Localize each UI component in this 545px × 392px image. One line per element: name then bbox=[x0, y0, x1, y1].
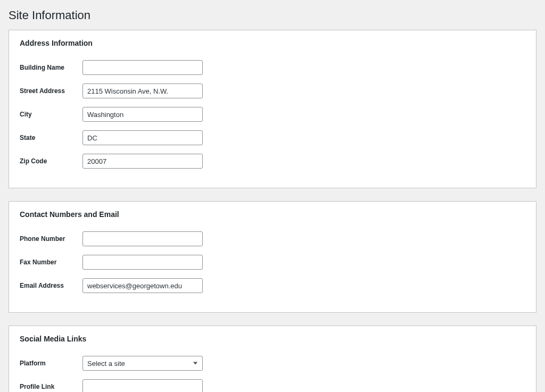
platform-row: Platform Select a site bbox=[20, 356, 525, 371]
building-name-label: Building Name bbox=[20, 64, 82, 71]
building-name-row: Building Name bbox=[20, 60, 525, 75]
email-input[interactable] bbox=[82, 278, 203, 293]
platform-select-wrap: Select a site bbox=[82, 356, 203, 371]
email-label: Email Address bbox=[20, 282, 82, 289]
profile-link-row: Profile Link bbox=[20, 379, 525, 392]
city-input[interactable] bbox=[82, 107, 203, 122]
fax-input[interactable] bbox=[82, 255, 203, 270]
zip-label: Zip Code bbox=[20, 157, 82, 165]
profile-link-label: Profile Link bbox=[20, 383, 82, 390]
phone-row: Phone Number bbox=[20, 231, 525, 246]
street-address-input[interactable] bbox=[82, 84, 203, 98]
address-heading: Address Information bbox=[20, 39, 525, 47]
contact-panel: Contact Numbers and Email Phone Number F… bbox=[9, 201, 536, 313]
contact-heading: Contact Numbers and Email bbox=[20, 210, 525, 219]
page-title: Site Information bbox=[9, 9, 536, 22]
street-address-row: Street Address bbox=[20, 84, 525, 98]
fax-label: Fax Number bbox=[20, 258, 82, 266]
state-input[interactable] bbox=[82, 130, 203, 145]
city-row: City bbox=[20, 107, 525, 122]
city-label: City bbox=[20, 111, 82, 118]
phone-input[interactable] bbox=[82, 231, 203, 246]
platform-label: Platform bbox=[20, 360, 82, 367]
social-panel: Social Media Links Platform Select a sit… bbox=[9, 326, 536, 392]
fax-row: Fax Number bbox=[20, 255, 525, 270]
phone-label: Phone Number bbox=[20, 235, 82, 243]
email-row: Email Address bbox=[20, 278, 525, 293]
building-name-input[interactable] bbox=[82, 60, 203, 75]
address-panel: Address Information Building Name Street… bbox=[9, 30, 536, 188]
zip-row: Zip Code bbox=[20, 154, 525, 169]
zip-input[interactable] bbox=[82, 154, 203, 169]
social-heading: Social Media Links bbox=[20, 335, 525, 343]
profile-link-input[interactable] bbox=[82, 379, 203, 392]
street-address-label: Street Address bbox=[20, 87, 82, 95]
state-row: State bbox=[20, 130, 525, 145]
platform-select[interactable]: Select a site bbox=[82, 356, 203, 371]
state-label: State bbox=[20, 134, 82, 141]
